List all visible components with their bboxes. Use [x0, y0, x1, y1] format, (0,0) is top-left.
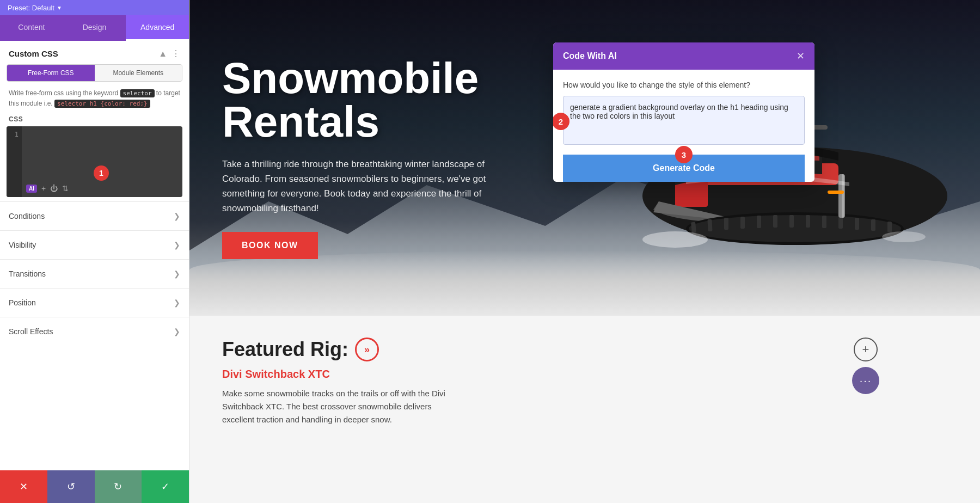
svg-rect-12	[740, 217, 745, 229]
selector-keyword: selector	[120, 89, 155, 97]
double-chevron-icon[interactable]: »	[355, 338, 379, 361]
visibility-header[interactable]: Visibility ❯	[0, 231, 189, 259]
scroll-effects-title: Scroll Effects	[9, 327, 53, 336]
step2-wrapper: 2	[553, 113, 569, 130]
svg-rect-13	[757, 216, 761, 228]
svg-point-25	[642, 231, 708, 248]
panel-content: Custom CSS ▲ ⋮ Free-Form CSS Module Elem…	[0, 41, 189, 503]
code-example: selector h1 {color: red;}	[54, 100, 150, 108]
ai-question: How would you like to change the style o…	[563, 81, 805, 89]
step3-wrapper: 3	[675, 146, 693, 163]
visibility-chevron: ❯	[174, 241, 180, 249]
position-title: Position	[9, 298, 36, 307]
scroll-effects-section: Scroll Effects ❯	[0, 317, 189, 346]
hero-text: Snowmobile Rentals Take a thrilling ride…	[189, 57, 543, 260]
conditions-section: Conditions ❯	[0, 201, 189, 230]
svg-rect-23	[842, 174, 844, 218]
ai-modal-title: Code With AI	[563, 51, 617, 61]
featured-section: Featured Rig: » Divi Switchback XTC Make…	[189, 316, 980, 503]
preset-bar[interactable]: Preset: Default ▼	[0, 0, 189, 15]
hero-subtitle: Take a thrilling ride through the breath…	[222, 157, 511, 216]
svg-rect-10	[707, 219, 712, 231]
featured-right: + ···	[784, 338, 947, 394]
step2-badge: 2	[553, 113, 569, 130]
position-chevron: ❯	[174, 298, 180, 307]
svg-rect-20	[871, 219, 875, 231]
cancel-button[interactable]: ✕	[0, 470, 47, 503]
custom-css-header: Custom CSS ▲ ⋮	[0, 41, 189, 64]
bottom-bar: ✕ ↺ ↻ ✓	[0, 470, 189, 503]
css-label: CSS	[0, 115, 189, 126]
ai-prompt-textarea[interactable]	[563, 96, 805, 145]
scroll-effects-chevron: ❯	[174, 327, 180, 336]
css-info-text: Write free-form css using the keyword se…	[0, 88, 189, 115]
svg-rect-24	[828, 191, 844, 194]
position-section: Position ❯	[0, 288, 189, 317]
book-now-button[interactable]: BOOK NOW	[222, 232, 318, 259]
sort-icon[interactable]: ⇅	[62, 184, 69, 193]
featured-title-row: Featured Rig: »	[222, 338, 762, 361]
section-header-icons: ▲ ⋮	[158, 48, 180, 59]
svg-rect-14	[773, 215, 777, 228]
ai-close-button[interactable]: ✕	[797, 50, 805, 62]
conditions-title: Conditions	[9, 212, 45, 220]
dots-circle-icon[interactable]: ···	[852, 367, 879, 394]
ai-modal-header: Code With AI ✕	[553, 42, 814, 70]
custom-css-title: Custom CSS	[9, 49, 58, 58]
transitions-chevron: ❯	[174, 269, 180, 278]
ai-modal-body: How would you like to change the style o…	[553, 70, 814, 182]
redo-button[interactable]: ↻	[95, 470, 142, 503]
scroll-effects-header[interactable]: Scroll Effects ❯	[0, 317, 189, 346]
visibility-section: Visibility ❯	[0, 230, 189, 259]
tab-bar: Content Design Advanced	[0, 15, 189, 41]
power-icon[interactable]: ⏻	[50, 184, 58, 193]
css-editor[interactable]: 1 1 AI + ⏻ ⇅	[7, 126, 182, 197]
main-content: Snowmobile Rentals Take a thrilling ride…	[189, 0, 980, 503]
svg-rect-18	[838, 217, 843, 229]
svg-point-26	[882, 231, 926, 242]
step3-badge: 3	[675, 146, 693, 163]
svg-rect-15	[789, 215, 794, 228]
ai-textarea-wrap: 2	[563, 96, 805, 147]
sub-tabs: Free-Form CSS Module Elements	[7, 64, 182, 82]
ai-badge[interactable]: AI	[26, 185, 37, 193]
sub-tab-freeform[interactable]: Free-Form CSS	[7, 65, 95, 81]
svg-rect-16	[806, 215, 810, 228]
add-icon[interactable]: +	[41, 184, 46, 193]
tab-design[interactable]: Design	[63, 15, 126, 41]
undo-button[interactable]: ↺	[47, 470, 95, 503]
conditions-chevron: ❯	[174, 212, 180, 220]
editor-toolbar: AI + ⏻ ⇅	[26, 184, 69, 193]
transitions-header[interactable]: Transitions ❯	[0, 260, 189, 288]
svg-rect-17	[822, 216, 826, 228]
more-icon[interactable]: ⋮	[171, 48, 180, 59]
preset-label: Preset: Default	[8, 4, 54, 12]
left-panel: Preset: Default ▼ Content Design Advance…	[0, 0, 189, 503]
tab-content[interactable]: Content	[0, 15, 63, 41]
preset-chevron: ▼	[57, 5, 62, 11]
line-numbers: 1	[7, 126, 22, 197]
transitions-section: Transitions ❯	[0, 259, 189, 288]
generate-btn-wrapper: 3 Generate Code	[563, 155, 805, 182]
transitions-title: Transitions	[9, 269, 46, 278]
tab-advanced[interactable]: Advanced	[126, 15, 189, 41]
plus-circle-icon[interactable]: +	[854, 338, 878, 361]
svg-rect-11	[724, 218, 728, 230]
featured-left: Featured Rig: » Divi Switchback XTC Make…	[222, 338, 762, 426]
visibility-title: Visibility	[9, 241, 36, 249]
featured-description: Make some snowmobile tracks on the trail…	[222, 387, 451, 426]
conditions-header[interactable]: Conditions ❯	[0, 202, 189, 230]
svg-rect-19	[855, 218, 859, 230]
hero-title: Snowmobile Rentals	[222, 57, 511, 144]
svg-point-8	[689, 215, 901, 242]
collapse-icon[interactable]: ▲	[158, 49, 167, 59]
featured-title: Featured Rig:	[222, 338, 348, 361]
svg-rect-21	[887, 222, 892, 232]
position-header[interactable]: Position ❯	[0, 289, 189, 317]
featured-subtitle: Divi Switchback XTC	[222, 368, 762, 381]
save-button[interactable]: ✓	[142, 470, 189, 503]
sub-tab-module[interactable]: Module Elements	[95, 65, 182, 81]
ai-modal: Code With AI ✕ How would you like to cha…	[553, 42, 814, 182]
